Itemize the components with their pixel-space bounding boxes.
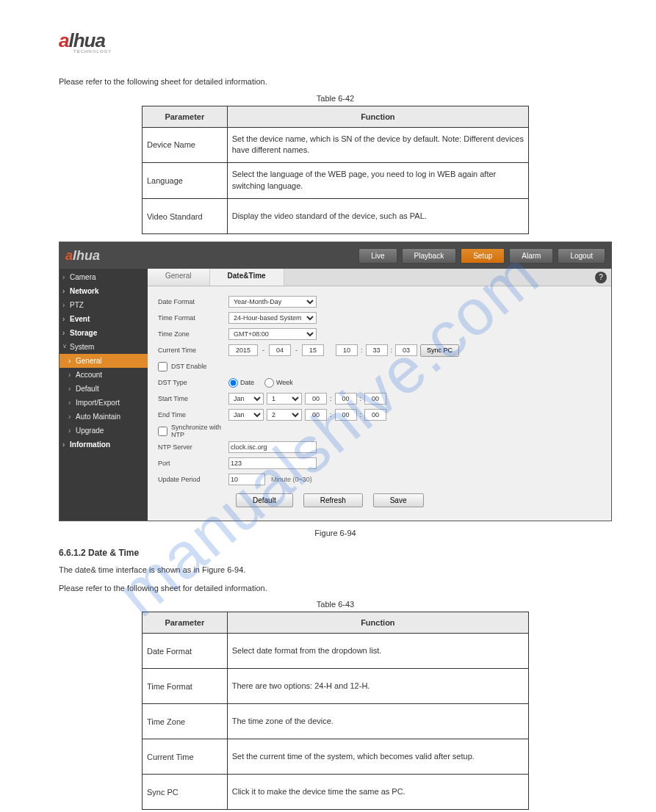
end-sec-input[interactable] bbox=[364, 409, 386, 421]
ct-min-input[interactable] bbox=[366, 344, 388, 356]
table1-h-func: Function bbox=[227, 106, 528, 127]
sidebar-item-default[interactable]: Default bbox=[60, 382, 148, 396]
start-min-input[interactable] bbox=[335, 393, 357, 405]
t1-r0-func: Set the device name, which is SN of the … bbox=[227, 127, 528, 163]
label-update-period: Update Period bbox=[158, 476, 226, 483]
start-day-select[interactable]: 1 bbox=[267, 393, 302, 405]
table1-h-param: Parameter bbox=[142, 106, 227, 127]
logo-a: a bbox=[59, 29, 68, 51]
t1-r1-func: Select the language of the WEB page, you… bbox=[227, 163, 528, 199]
colon-icon: : bbox=[361, 347, 363, 354]
t1-r2-param: Video Standard bbox=[142, 199, 227, 234]
table2: Parameter Function Date Format Select da… bbox=[142, 612, 529, 810]
brand-logo: alhua TECHNOLOGY bbox=[59, 29, 612, 54]
colon-icon: : bbox=[360, 395, 362, 402]
intro-text: Please refer to the following sheet for … bbox=[59, 76, 612, 88]
table2-caption: Table 6-43 bbox=[59, 600, 612, 609]
label-sync-ntp: Synchronize with NTP bbox=[158, 424, 226, 438]
table-row: Time Zone The time zone of the device. bbox=[142, 704, 528, 739]
table-row: Video Standard Display the video standar… bbox=[142, 199, 528, 234]
ntp-server-input[interactable] bbox=[228, 441, 317, 453]
dst-enable-checkbox[interactable] bbox=[158, 362, 167, 371]
dst-date-radio[interactable] bbox=[228, 378, 238, 388]
port-input[interactable] bbox=[228, 457, 317, 469]
label-end-time: End Time bbox=[158, 411, 226, 418]
t2-r3-func: Set the current time of the system, whic… bbox=[227, 739, 528, 775]
colon-icon: : bbox=[330, 395, 332, 402]
t2-r1-param: Time Format bbox=[142, 669, 227, 704]
nav-live[interactable]: Live bbox=[358, 248, 397, 264]
nav-playback[interactable]: Playback bbox=[402, 248, 457, 264]
sidebar-item-importexport[interactable]: Import/Export bbox=[60, 396, 148, 410]
time-format-select[interactable]: 24-Hour-based System bbox=[228, 312, 317, 324]
label-port: Port bbox=[158, 460, 226, 467]
t2-r0-func: Select date format from the dropdown lis… bbox=[227, 634, 528, 669]
radio-dst-week[interactable]: Week bbox=[264, 378, 293, 388]
section-heading: 6.6.1.2 Date & Time bbox=[59, 548, 612, 558]
ct-year-input[interactable] bbox=[228, 344, 258, 356]
ct-day-input[interactable] bbox=[302, 344, 324, 356]
end-hour-input[interactable] bbox=[305, 409, 327, 421]
sidebar-item-ptz[interactable]: PTZ bbox=[60, 298, 148, 312]
sidebar-item-camera[interactable]: Camera bbox=[60, 270, 148, 284]
sidebar-item-automaintain[interactable]: Auto Maintain bbox=[60, 410, 148, 424]
main-panel: General Date&Time ? Date Format Year-Mon… bbox=[148, 269, 611, 521]
sidebar: Camera Network PTZ Event Storage System … bbox=[60, 269, 148, 521]
t1-r1-param: Language bbox=[142, 163, 227, 199]
section-text: The date& time interface is shown as in … bbox=[59, 564, 612, 576]
dash-icon: - bbox=[294, 347, 299, 354]
sidebar-item-system[interactable]: System bbox=[60, 340, 148, 354]
start-sec-input[interactable] bbox=[364, 393, 386, 405]
sidebar-item-network[interactable]: Network bbox=[60, 284, 148, 298]
intro-text-2: Please refer to the following sheet for … bbox=[59, 582, 612, 595]
dst-week-radio[interactable] bbox=[264, 378, 274, 388]
table2-h-param: Parameter bbox=[142, 612, 227, 634]
label-ntp-server: NTP Server bbox=[158, 443, 226, 451]
label-dst-type: DST Type bbox=[158, 379, 226, 386]
refresh-button[interactable]: Refresh bbox=[303, 493, 363, 507]
sync-ntp-checkbox[interactable] bbox=[158, 427, 167, 436]
end-month-select[interactable]: Jan bbox=[228, 409, 264, 421]
nav-logout[interactable]: Logout bbox=[558, 248, 605, 264]
tab-general[interactable]: General bbox=[148, 269, 210, 286]
nav-alarm[interactable]: Alarm bbox=[509, 248, 553, 264]
logo-sub: TECHNOLOGY bbox=[73, 49, 612, 54]
sidebar-item-upgrade[interactable]: Upgrade bbox=[60, 424, 148, 438]
end-min-input[interactable] bbox=[335, 409, 357, 421]
label-time-zone: Time Zone bbox=[158, 330, 226, 338]
sidebar-item-account[interactable]: Account bbox=[60, 368, 148, 382]
save-button[interactable]: Save bbox=[373, 493, 424, 507]
table-row: Time Format There are two options: 24-H … bbox=[142, 669, 528, 704]
table1-caption: Table 6-42 bbox=[59, 94, 612, 103]
dash-icon: - bbox=[261, 347, 266, 354]
sidebar-item-storage[interactable]: Storage bbox=[60, 326, 148, 340]
tab-datetime[interactable]: Date&Time bbox=[210, 269, 284, 286]
update-period-input[interactable] bbox=[228, 474, 265, 485]
table2-h-func: Function bbox=[227, 612, 528, 634]
nav-setup[interactable]: Setup bbox=[461, 248, 505, 264]
start-hour-input[interactable] bbox=[305, 393, 327, 405]
sidebar-item-general[interactable]: General bbox=[60, 354, 148, 368]
t2-r0-param: Date Format bbox=[142, 634, 227, 669]
sidebar-item-information[interactable]: Information bbox=[60, 438, 148, 452]
sidebar-item-event[interactable]: Event bbox=[60, 312, 148, 326]
start-month-select[interactable]: Jan bbox=[228, 393, 264, 405]
logo-hua: lhua bbox=[68, 29, 104, 51]
time-zone-select[interactable]: GMT+08:00 bbox=[228, 328, 317, 340]
ct-sec-input[interactable] bbox=[395, 344, 417, 356]
t1-r2-func: Display the video standard of the device… bbox=[227, 199, 528, 234]
radio-dst-date[interactable]: Date bbox=[228, 378, 254, 388]
label-start-time: Start Time bbox=[158, 395, 226, 402]
sync-pc-button[interactable]: Sync PC bbox=[420, 344, 459, 357]
table-row: Device Name Set the device name, which i… bbox=[142, 127, 528, 163]
ct-month-input[interactable] bbox=[269, 344, 291, 356]
ct-hour-input[interactable] bbox=[336, 344, 358, 356]
table-row: Date Format Select date format from the … bbox=[142, 634, 528, 669]
default-button[interactable]: Default bbox=[236, 493, 293, 507]
end-day-select[interactable]: 2 bbox=[267, 409, 302, 421]
date-format-select[interactable]: Year-Month-Day bbox=[228, 296, 317, 308]
app-screenshot: alhua Live Playback Setup Alarm Logout C… bbox=[59, 242, 612, 521]
t2-r4-func: Click it to make the device time the sam… bbox=[227, 775, 528, 810]
t2-r4-param: Sync PC bbox=[142, 775, 227, 810]
table1: Parameter Function Device Name Set the d… bbox=[142, 106, 529, 235]
